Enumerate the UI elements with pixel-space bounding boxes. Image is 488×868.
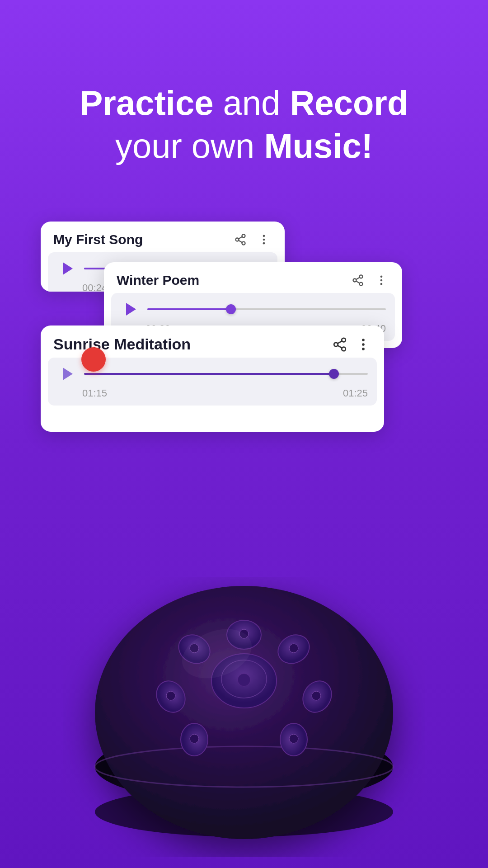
handpan-instrument <box>63 577 425 859</box>
svg-line-11 <box>356 281 360 283</box>
hero-practice: Practice <box>80 84 214 122</box>
svg-point-42 <box>166 691 175 700</box>
card-1-actions <box>232 231 272 248</box>
svg-point-34 <box>289 644 298 653</box>
card-2-player-row <box>120 299 386 319</box>
card-3-seek-bar[interactable] <box>84 373 368 375</box>
svg-point-5 <box>263 235 265 237</box>
card-1-play-button[interactable] <box>57 259 77 278</box>
card-2-play-button[interactable] <box>120 299 140 319</box>
card-2-seek-bar[interactable] <box>147 308 386 311</box>
card-2-actions <box>350 272 389 288</box>
card-2-title: Winter Poem <box>117 273 199 288</box>
card-3-title: Sunrise Meditation <box>53 335 191 353</box>
recording-dot <box>81 347 106 372</box>
card-3-play-button[interactable] <box>57 364 77 384</box>
svg-point-14 <box>380 279 383 282</box>
svg-point-22 <box>362 343 365 346</box>
page: Practice and Record your own Music! My F… <box>0 0 488 868</box>
svg-point-40 <box>190 734 199 743</box>
svg-point-23 <box>362 348 365 350</box>
svg-point-30 <box>238 674 250 686</box>
svg-point-15 <box>380 283 383 285</box>
hero-line-2: your own Music! <box>80 124 408 167</box>
hero-music: Music! <box>264 127 373 165</box>
card-sunrise-meditation: Sunrise Meditation <box>41 326 384 432</box>
svg-line-19 <box>338 345 342 348</box>
card-3-total-time: 01:25 <box>343 387 368 399</box>
svg-line-3 <box>239 241 242 243</box>
card-3-player-row <box>57 364 368 384</box>
svg-line-4 <box>239 237 242 239</box>
card-1-title: My First Song <box>53 232 143 247</box>
svg-point-38 <box>289 734 298 743</box>
card-1-share-button[interactable] <box>232 231 249 248</box>
hero-and: and <box>213 84 290 122</box>
hero-text: Practice and Record your own Music! <box>53 81 436 167</box>
card-1-header: My First Song <box>41 222 285 252</box>
card-3-more-button[interactable] <box>355 336 371 353</box>
instrument-area <box>41 542 447 868</box>
card-3-share-button[interactable] <box>332 336 348 353</box>
card-2-more-button[interactable] <box>373 272 389 288</box>
svg-point-36 <box>312 691 321 700</box>
card-3-actions <box>332 336 371 353</box>
svg-point-21 <box>362 339 365 341</box>
card-1-more-button[interactable] <box>256 231 272 248</box>
svg-point-7 <box>263 242 265 245</box>
svg-line-20 <box>338 341 342 344</box>
card-3-time-row: 01:15 01:25 <box>57 387 368 399</box>
card-1-current-time: 00:24 <box>82 282 107 292</box>
svg-point-13 <box>380 276 383 278</box>
card-2-share-button[interactable] <box>350 272 366 288</box>
card-2-header: Winter Poem <box>104 262 402 293</box>
hero-record: Record <box>290 84 408 122</box>
svg-line-12 <box>356 278 360 280</box>
card-3-current-time: 01:15 <box>82 387 107 399</box>
cards-stack: My First Song <box>41 222 447 448</box>
hero-your-own: your own <box>115 127 264 165</box>
hero-line-1: Practice and Record <box>80 81 408 124</box>
svg-point-6 <box>263 239 265 241</box>
